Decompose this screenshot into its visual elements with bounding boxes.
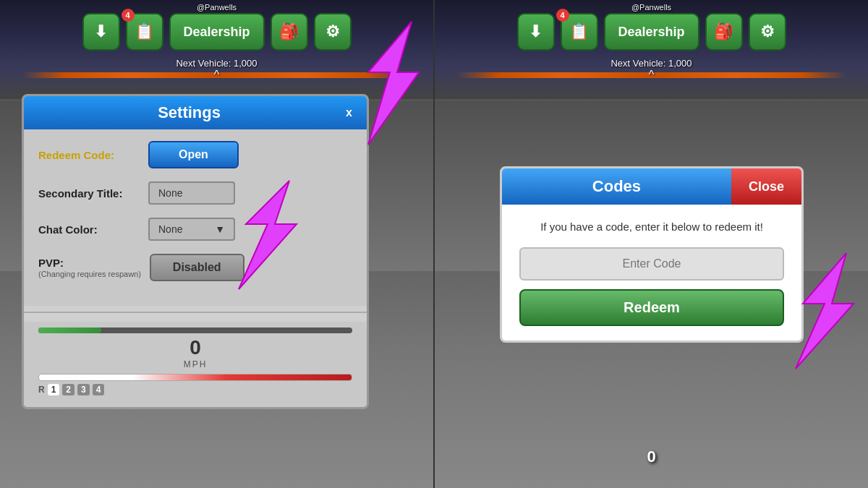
- codes-header: Codes Close: [502, 168, 801, 205]
- right-dealership-button[interactable]: Dealership: [603, 13, 699, 51]
- codes-description: If you have a code, enter it below to re…: [519, 219, 784, 236]
- right-next-vehicle: Next Vehicle: 1,000 ^: [610, 58, 692, 82]
- left-next-vehicle: Next Vehicle: 1,000 ^: [176, 58, 257, 82]
- settings-title: Settings: [35, 103, 343, 122]
- reverse-gear-label: R: [38, 385, 45, 395]
- right-badge: 4: [556, 9, 569, 22]
- health-bar: [38, 328, 352, 333]
- secondary-title-label: Secondary Title:: [38, 187, 140, 200]
- right-backpack-button[interactable]: 🎒: [705, 13, 743, 51]
- redeem-code-label: Redeem Code:: [38, 149, 140, 161]
- right-panel: @Panwells ⬇ 📋 4 Dealership 🎒 ⚙ Next Vehi…: [435, 0, 868, 488]
- left-username: @Panwells: [197, 3, 237, 12]
- codes-title-button[interactable]: Codes: [502, 168, 731, 205]
- gear-4: 4: [93, 384, 105, 395]
- codes-close-button[interactable]: Close: [731, 168, 801, 205]
- dropdown-arrow-icon: ▼: [215, 223, 225, 235]
- gear-3: 3: [77, 384, 90, 395]
- score-display: 0: [647, 448, 655, 466]
- pvp-button[interactable]: Disabled: [150, 254, 244, 281]
- gear-1: 1: [48, 384, 60, 395]
- pvp-row: PVP: (Changing requires respawn) Disable…: [38, 254, 352, 281]
- health-fill: [38, 328, 101, 333]
- right-settings-button[interactable]: ⚙: [749, 13, 786, 51]
- codes-panel: Codes Close If you have a code, enter it…: [500, 166, 804, 343]
- right-username: @Panwells: [631, 3, 671, 12]
- open-redeem-button[interactable]: Open: [148, 141, 239, 168]
- chat-color-label: Chat Color:: [38, 223, 140, 236]
- gear-2: 2: [62, 384, 75, 395]
- left-download-button[interactable]: ⬇: [82, 13, 119, 51]
- chevron-up-icon: ^: [176, 69, 257, 82]
- pvp-note: (Changing requires respawn): [38, 270, 141, 278]
- speed-display: 0: [38, 336, 352, 359]
- settings-divider: [24, 312, 367, 313]
- redeem-code-row: Redeem Code: Open: [38, 141, 352, 168]
- left-dealership-button[interactable]: Dealership: [169, 13, 264, 51]
- pvp-label-group: PVP: (Changing requires respawn): [38, 257, 141, 278]
- left-checklist-wrapper: 📋 4: [125, 13, 163, 51]
- pvp-label: PVP:: [38, 257, 64, 269]
- left-settings-button[interactable]: ⚙: [314, 13, 352, 51]
- gear-bar: R 1 2 3 4: [38, 384, 352, 395]
- secondary-title-row: Secondary Title: None: [38, 181, 352, 205]
- left-panel: @Panwells ⬇ 📋 4 Dealership 🎒 ⚙ Next Vehi…: [0, 0, 433, 488]
- secondary-title-select[interactable]: None: [148, 181, 235, 205]
- left-badge: 4: [121, 9, 134, 22]
- chat-color-row: Chat Color: None ▼: [38, 218, 352, 241]
- settings-panel: Settings x Redeem Code: Open Secondary T…: [22, 94, 369, 409]
- left-download-wrapper: ⬇: [82, 13, 119, 51]
- chat-color-select[interactable]: None ▼: [148, 218, 235, 241]
- settings-close-button[interactable]: x: [343, 106, 355, 119]
- speed-unit: MPH: [38, 359, 352, 369]
- settings-header: Settings x: [24, 96, 367, 129]
- right-download-button[interactable]: ⬇: [516, 13, 554, 51]
- redeem-button[interactable]: Redeem: [519, 289, 784, 326]
- right-chevron-up-icon: ^: [610, 69, 692, 82]
- settings-body: Redeem Code: Open Secondary Title: None …: [24, 129, 367, 306]
- left-top-bar: ⬇ 📋 4 Dealership 🎒 ⚙: [82, 13, 351, 51]
- speedometer-area: 0 MPH R 1 2 3 4: [24, 322, 367, 407]
- tachometer-bar: [38, 374, 352, 381]
- right-top-bar: ⬇ 📋 4 Dealership 🎒 ⚙: [516, 13, 786, 51]
- code-input[interactable]: [519, 247, 784, 281]
- right-checklist-wrapper: 📋 4: [560, 13, 597, 51]
- right-download-wrapper: ⬇: [516, 13, 554, 51]
- codes-body: If you have a code, enter it below to re…: [502, 205, 801, 341]
- left-backpack-button[interactable]: 🎒: [271, 13, 308, 51]
